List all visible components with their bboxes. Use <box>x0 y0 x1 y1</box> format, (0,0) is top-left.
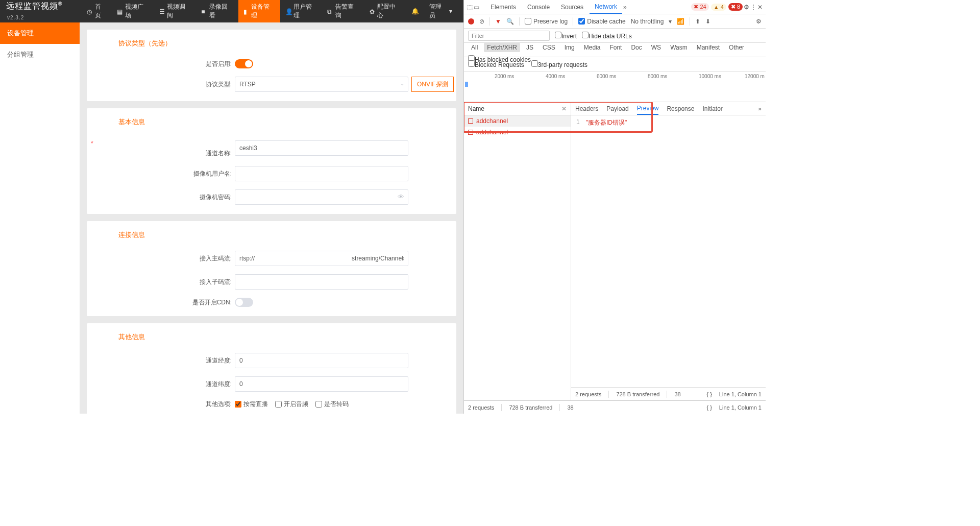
label-main-stream: 接入主码流: <box>87 254 235 263</box>
type-css[interactable]: CSS <box>540 43 558 52</box>
input-channel-name[interactable] <box>235 140 408 156</box>
dtab-preview[interactable]: Preview <box>637 103 659 115</box>
type-doc[interactable]: Doc <box>628 43 645 52</box>
status-bar-1: 2 requests 728 B transferred 38 { } Line… <box>571 387 766 400</box>
checkbox-ondemand[interactable]: 按需直播 <box>235 400 268 409</box>
nav-label: 告警查询 <box>335 3 359 20</box>
type-manifest[interactable]: Manifest <box>694 43 723 52</box>
switch-cdn[interactable] <box>235 298 253 307</box>
network-toolbar: ⊘ ▼ 🔍 Preserve log Disable cache No thro… <box>464 14 766 29</box>
onvif-probe-button[interactable]: ONVIF探测 <box>411 77 454 92</box>
close-icon[interactable]: ✕ <box>757 4 763 11</box>
download-icon[interactable]: ⬇ <box>705 18 710 25</box>
dtab-headers[interactable]: Headers <box>575 103 598 114</box>
nav-label: 配置中心 <box>377 3 401 20</box>
more-tabs-icon[interactable]: » <box>623 4 627 11</box>
nav-home[interactable]: ◷首页 <box>82 0 112 22</box>
type-fetch-xhr[interactable]: Fetch/XHR <box>484 43 520 52</box>
type-js[interactable]: JS <box>523 43 536 52</box>
tab-sources[interactable]: Sources <box>556 0 589 14</box>
file-icon <box>468 130 473 135</box>
nav-device-mgmt[interactable]: ▮设备管理 <box>238 0 280 22</box>
checkbox-disable-cache[interactable]: Disable cache <box>578 18 625 25</box>
more-icon[interactable]: » <box>758 105 762 112</box>
request-name: addchannel <box>476 129 508 136</box>
input-main-stream[interactable] <box>235 251 408 266</box>
tab-elements[interactable]: Elements <box>485 0 521 14</box>
nav-video-square[interactable]: ▦视频广场 <box>112 0 154 22</box>
badge-errors[interactable]: ✖ 24 <box>691 3 708 11</box>
record-icon[interactable] <box>468 18 474 25</box>
close-icon[interactable]: ✕ <box>561 105 567 112</box>
type-media[interactable]: Media <box>581 43 604 52</box>
brand: 远程监管视频® v2.3.2 <box>6 1 82 21</box>
status-transferred: 728 B transferred <box>616 391 659 397</box>
chevron-down-icon[interactable]: ▾ <box>669 18 672 25</box>
tab-console[interactable]: Console <box>522 0 555 14</box>
nav-bell[interactable]: 🔔 <box>406 0 424 22</box>
type-other[interactable]: Other <box>726 43 747 52</box>
input-sub-stream[interactable] <box>235 274 408 290</box>
input-lat[interactable] <box>235 376 408 392</box>
brand-reg: ® <box>58 1 62 7</box>
filter-input[interactable] <box>468 31 550 41</box>
checkbox-audio[interactable]: 开启音频 <box>275 400 308 409</box>
type-ws[interactable]: WS <box>648 43 664 52</box>
braces-icon[interactable]: { } <box>706 404 712 411</box>
request-row[interactable]: addchannel <box>464 127 571 138</box>
eye-icon[interactable]: 👁 <box>398 193 404 201</box>
input-lng[interactable] <box>235 353 408 368</box>
dtab-initiator[interactable]: Initiator <box>702 103 722 114</box>
sidebar-item-device[interactable]: 设备管理 <box>0 22 80 44</box>
timeline[interactable]: 2000 ms 4000 ms 6000 ms 8000 ms 10000 ms… <box>464 71 766 102</box>
chevron-down-icon: ▾ <box>449 8 452 15</box>
nav-user-mgmt[interactable]: 👤用户管理 <box>280 0 322 22</box>
select-protocol[interactable]: ⌄ <box>235 77 408 92</box>
nav-playback[interactable]: ■录像回看 <box>196 0 238 22</box>
dtab-response[interactable]: Response <box>667 103 694 114</box>
alarm-icon: ⧉ <box>327 8 333 14</box>
switch-enable[interactable] <box>235 59 253 68</box>
tick: 6000 ms <box>597 74 616 79</box>
wifi-icon[interactable]: 📶 <box>677 18 684 25</box>
badge-blocked[interactable]: ✖ 8 <box>728 3 743 11</box>
input-cam-pwd[interactable] <box>235 189 408 205</box>
gear-icon[interactable]: ⚙ <box>756 18 762 25</box>
checkbox-invert[interactable]: Invert <box>555 32 577 40</box>
line-number: 1 <box>576 118 580 384</box>
braces-icon[interactable]: { } <box>706 391 712 397</box>
type-wasm[interactable]: Wasm <box>667 43 691 52</box>
select-protocol-input[interactable] <box>235 77 408 92</box>
tab-network[interactable]: Network <box>590 0 622 14</box>
filter-icon[interactable]: ▼ <box>495 18 501 25</box>
nav-alarm[interactable]: ⧉告警查询 <box>322 0 364 22</box>
nav-label: 首页 <box>95 3 107 20</box>
checkbox-hide-data-urls[interactable]: Hide data URLs <box>582 32 632 40</box>
type-all[interactable]: All <box>468 43 481 52</box>
checkbox-3rd-party[interactable]: 3rd-party requests <box>531 60 587 68</box>
type-img[interactable]: Img <box>561 43 578 52</box>
inspect-icon[interactable]: ⬚ <box>467 4 473 11</box>
input-cam-user[interactable] <box>235 166 408 181</box>
nav-config[interactable]: ✿配置中心 <box>364 0 406 22</box>
upload-icon[interactable]: ⬆ <box>695 18 700 25</box>
checkbox-preserve-log[interactable]: Preserve log <box>525 18 568 25</box>
badge-warnings[interactable]: ▲ 4 <box>711 4 726 11</box>
tick: 10000 ms <box>699 74 721 79</box>
checkbox-blocked-requests[interactable]: Blocked Requests <box>468 60 524 68</box>
nav-admin[interactable]: 管理员▾ <box>424 0 457 22</box>
clear-icon[interactable]: ⊘ <box>479 18 484 25</box>
timeline-bar <box>465 82 468 87</box>
settings-icon[interactable]: ⚙ <box>744 4 749 11</box>
search-icon[interactable]: 🔍 <box>506 18 514 25</box>
kebab-icon[interactable]: ⋮ <box>750 4 756 11</box>
device-toggle-icon[interactable]: ▭ <box>474 4 479 11</box>
checkbox-transcode[interactable]: 是否转码 <box>315 400 349 409</box>
request-row[interactable]: addchannel <box>464 115 571 127</box>
nav-video-review[interactable]: ☰视频调阅 <box>154 0 196 22</box>
sidebar-item-group[interactable]: 分组管理 <box>0 44 80 65</box>
status-transferred: 728 B transferred <box>509 404 552 411</box>
throttle-select[interactable]: No throttling <box>631 18 664 25</box>
dtab-payload[interactable]: Payload <box>606 103 628 114</box>
type-font[interactable]: Font <box>606 43 625 52</box>
